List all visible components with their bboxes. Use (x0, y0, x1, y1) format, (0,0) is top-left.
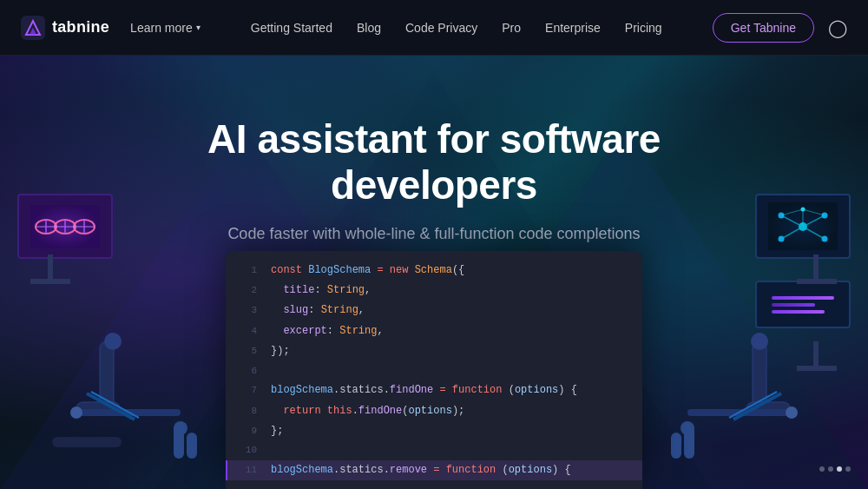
nav-left: tabnine Learn more ▾ (21, 16, 201, 40)
logo[interactable]: tabnine (21, 16, 109, 40)
code-line-10: 10 (226, 441, 642, 460)
learn-more-label: Learn more (130, 21, 193, 35)
code-editor: 1 const BlogSchema = new Schema({ 2 titl… (226, 251, 642, 489)
nav-enterprise[interactable]: Enterprise (545, 21, 601, 35)
nav-code-privacy[interactable]: Code Privacy (405, 21, 477, 35)
code-line-9: 9 }; (226, 421, 642, 441)
svg-point-54 (786, 406, 798, 419)
hero-section: AI assistant for software developers Cod… (0, 56, 868, 489)
code-line-5: 5 }); (226, 341, 642, 361)
hero-title: AI assistant for software developers (130, 116, 738, 208)
nav-getting-started[interactable]: Getting Started (251, 21, 332, 35)
pagination-dot-2[interactable] (828, 466, 833, 472)
code-line-2: 2 title: String, (226, 281, 642, 301)
code-line-3: 3 slug: String, (226, 301, 642, 320)
logo-text: tabnine (52, 18, 109, 36)
svg-point-55 (681, 421, 694, 435)
svg-point-26 (70, 406, 82, 419)
nav-pro[interactable]: Pro (502, 21, 521, 35)
code-line-8: 8 return this.findOne(options); (226, 400, 642, 420)
svg-rect-24 (187, 433, 197, 459)
code-line-4: 4 excerpt: String, (226, 320, 642, 340)
code-line-7: 7 blogSchema.statics.findOne = function … (226, 380, 642, 400)
navbar: tabnine Learn more ▾ Getting Started Blo… (0, 0, 868, 56)
code-line-11-highlighted: 11 blogSchema.statics.remove = function … (226, 460, 642, 480)
svg-rect-53 (671, 433, 681, 459)
pagination-dots (819, 466, 851, 472)
nav-pricing[interactable]: Pricing (625, 21, 662, 35)
code-line-1: 1 const BlogSchema = new Schema({ (226, 260, 642, 280)
chevron-down-icon: ▾ (196, 23, 201, 32)
code-editor-content: 1 const BlogSchema = new Schema({ 2 titl… (226, 251, 642, 489)
pagination-dot-1[interactable] (819, 466, 825, 472)
svg-rect-22 (52, 437, 122, 447)
nav-center: Getting Started Blog Code Privacy Pro En… (251, 21, 662, 35)
hero-subtitle: Code faster with whole-line & full-funct… (227, 222, 640, 246)
nav-right: Get Tabnine ◯ (713, 13, 847, 43)
svg-rect-46 (813, 341, 819, 367)
code-line-6: 6 (226, 361, 642, 380)
pagination-dot-3[interactable] (837, 466, 842, 472)
learn-more-menu[interactable]: Learn more ▾ (130, 21, 201, 35)
navbar-cta-button[interactable]: Get Tabnine (713, 13, 814, 43)
user-account-icon[interactable]: ◯ (828, 17, 847, 38)
svg-point-27 (174, 421, 187, 435)
svg-rect-47 (797, 366, 837, 371)
svg-point-49 (751, 333, 768, 350)
svg-point-21 (104, 333, 122, 350)
pagination-dot-4[interactable] (845, 466, 851, 472)
tabnine-logo-icon (21, 16, 45, 40)
nav-blog[interactable]: Blog (357, 21, 381, 35)
